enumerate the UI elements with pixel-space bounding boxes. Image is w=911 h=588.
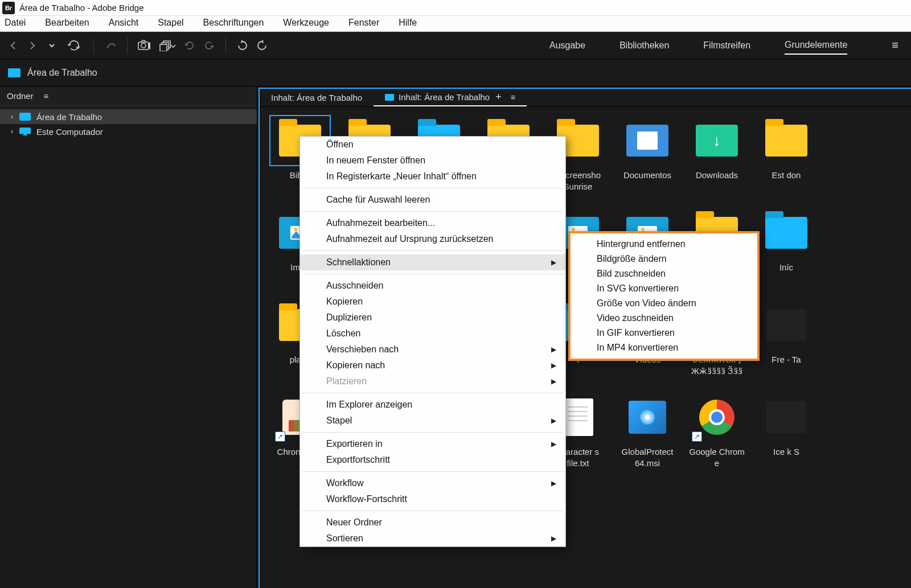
ctx-label: Workflow-Fortschritt <box>326 494 407 504</box>
ctx-separator <box>302 393 563 393</box>
history-icon[interactable] <box>64 38 84 53</box>
quickaction-in-svg-konvertieren[interactable]: In SVG konvertieren <box>571 281 757 296</box>
ctx-stapel[interactable]: Stapel▶ <box>300 413 565 429</box>
ctx-label: Platzieren <box>326 376 367 386</box>
quickaction-in-mp-konvertieren[interactable]: In MP4 konvertieren <box>571 340 757 355</box>
quickaction-bild-zuschneiden[interactable]: Bild zuschneiden <box>571 266 757 281</box>
tree-este-computador[interactable]: ›Este Computador <box>0 124 257 139</box>
menu-stapel[interactable]: Stapel <box>158 18 183 28</box>
ctx-kopieren-nach[interactable]: Kopieren nach▶ <box>300 357 565 373</box>
ctx-sortieren[interactable]: Sortieren▶ <box>300 531 565 546</box>
grid-item[interactable]: ↓Downloads <box>682 114 752 206</box>
ctx-separator <box>302 188 563 188</box>
ctx-in-neuem-fenster-ffnen[interactable]: In neuem Fenster öffnen <box>300 153 565 168</box>
ctx-label: In neuem Fenster öffnen <box>326 155 425 166</box>
svg-point-1 <box>141 43 146 48</box>
file-icon <box>766 309 806 341</box>
menu-hilfe[interactable]: Hilfe <box>399 18 417 28</box>
grid-item-label: GlobalProtect 64.msi <box>616 446 679 468</box>
ctx-l-schen[interactable]: Löschen <box>300 326 565 342</box>
grid-item[interactable]: Iníc <box>752 206 821 298</box>
ctx-label: Schnellaktionen <box>326 257 391 268</box>
rotate-ccw-icon[interactable] <box>235 38 250 53</box>
submenu-arrow-icon: ▶ <box>551 361 556 369</box>
ctx-label: Duplizieren <box>326 312 372 323</box>
ctx-ausschneiden[interactable]: Ausschneiden <box>300 278 565 294</box>
ctx-kopieren[interactable]: Kopieren <box>300 294 565 310</box>
documents-folder-icon <box>626 125 668 157</box>
menu-fenster[interactable]: Fenster <box>348 18 379 28</box>
grid-item[interactable]: Fre - Ta <box>752 298 821 390</box>
ctx-verschieben-nach[interactable]: Verschieben nach▶ <box>300 342 565 357</box>
titlebar: Br Área de Trabalho - Adobe Bridge <box>0 0 911 16</box>
add-tab-icon[interactable]: + <box>495 91 502 103</box>
ctx-label: In GIF konvertieren <box>597 328 675 338</box>
grid-item[interactable]: GlobalProtect 64.msi <box>613 390 682 483</box>
ctx-separator <box>302 250 563 251</box>
grid-item[interactable]: Documentos <box>613 114 682 206</box>
sidebar-menu-icon[interactable]: ≡ <box>44 92 48 101</box>
quickaction-hintergrund-entfernen[interactable]: Hintergrund entfernen <box>571 237 757 252</box>
quickaction-video-zuschneiden[interactable]: Video zuschneiden <box>571 311 757 326</box>
tab-label: Inhalt: Área de Trabalho <box>399 92 490 102</box>
ctx-exportfortschritt[interactable]: Exportfortschritt <box>300 452 565 468</box>
grid-item-label: Ice k S <box>755 446 818 458</box>
menubar: DateiBearbeitenAnsichtStapelBeschriftung… <box>0 16 911 32</box>
workspace-menu-icon[interactable]: ≡ <box>892 39 898 52</box>
quickactions-submenu[interactable]: Hintergrund entfernenBildgröße ändernBil… <box>568 231 760 361</box>
grid-item[interactable]: Ice k S <box>752 390 821 483</box>
ctx--ffnen[interactable]: Öffnen <box>300 137 565 153</box>
ctx-aufnahmezeit-bearbeiten-[interactable]: Aufnahmezeit bearbeiten... <box>300 215 565 231</box>
ctx-aufnahmezeit-auf-ursprung-zur-cksetzen[interactable]: Aufnahmezeit auf Ursprung zurücksetzen <box>300 231 565 247</box>
nav-fwd-icon[interactable] <box>25 38 40 53</box>
boomerang-icon[interactable] <box>103 38 118 53</box>
menu-bearbeiten[interactable]: Bearbeiten <box>45 18 89 28</box>
content-tab-1[interactable]: Inhalt: Área de Trabalho+≡ <box>374 89 527 106</box>
msi-file-icon <box>629 401 666 434</box>
ctx-cache-f-r-auswahl-leeren[interactable]: Cache für Auswahl leeren <box>300 192 565 208</box>
tab-menu-icon[interactable]: ≡ <box>511 93 515 102</box>
nav-back-icon[interactable] <box>6 38 20 53</box>
ctx-label: Sortieren <box>326 533 363 544</box>
grid-item-label: Est don <box>755 170 818 181</box>
grid-item-label: Iníc <box>755 262 818 273</box>
content-tabs: Inhalt: Área de TrabalhoInhalt: Área de … <box>260 89 911 107</box>
grid-item[interactable]: ↗Google Chrom e <box>682 390 752 483</box>
menu-datei[interactable]: Datei <box>5 18 26 28</box>
pathbar[interactable]: Área de Trabalho <box>0 59 911 87</box>
quickaction-gr-e-von-video-ndern[interactable]: Größe von Video ändern <box>571 296 757 311</box>
downloads-folder-icon: ↓ <box>696 125 738 157</box>
ctx-neuer-ordner[interactable]: Neuer Ordner <box>300 515 565 531</box>
quickaction-bildgr-e-ndern[interactable]: Bildgröße ändern <box>571 252 757 266</box>
menu-werkzeuge[interactable]: Werkzeuge <box>283 18 329 28</box>
workspace-grundelemente[interactable]: Grundelemente <box>785 36 847 55</box>
ctx-label: In MP4 konvertieren <box>597 343 678 353</box>
ctx-workflow[interactable]: Workflow▶ <box>300 475 565 491</box>
ctx-schnellaktionen[interactable]: Schnellaktionen▶ <box>300 254 565 270</box>
nav-dropdown-icon[interactable] <box>44 38 59 53</box>
refresh-icon[interactable] <box>182 38 197 53</box>
menu-beschriftungen[interactable]: Beschriftungen <box>203 18 264 28</box>
camera-import-icon[interactable] <box>137 38 154 53</box>
quickaction-in-gif-konvertieren[interactable]: In GIF konvertieren <box>571 326 757 340</box>
menu-ansicht[interactable]: Ansicht <box>109 18 138 28</box>
submenu-arrow-icon: ▶ <box>551 377 556 385</box>
ctx-duplizieren[interactable]: Duplizieren <box>300 310 565 326</box>
ctx-im-explorer-anzeigen[interactable]: Im Explorer anzeigen <box>300 397 565 413</box>
stack-icon[interactable] <box>158 38 178 53</box>
workspace-bibliotheken[interactable]: Bibliotheken <box>619 37 669 54</box>
workspace-ausgabe[interactable]: Ausgabe <box>549 37 585 54</box>
twisty-icon[interactable]: › <box>8 128 16 135</box>
ctx-exportieren-in[interactable]: Exportieren in▶ <box>300 436 565 452</box>
tree-área-de-trabalho[interactable]: ›Área de Trabalho <box>0 109 257 124</box>
twisty-icon[interactable]: › <box>8 113 16 121</box>
content-tab-0[interactable]: Inhalt: Área de Trabalho <box>260 89 374 106</box>
rotate-cw-icon[interactable] <box>255 38 269 53</box>
ctx-workflow-fortschritt[interactable]: Workflow-Fortschritt <box>300 491 565 507</box>
refresh-alt-icon[interactable] <box>202 38 216 53</box>
context-menu[interactable]: ÖffnenIn neuem Fenster öffnenIn Register… <box>299 136 566 547</box>
folder-icon <box>19 113 31 121</box>
ctx-in-registerkarte-neuer-inhalt-ffnen[interactable]: In Registerkarte „Neuer Inhalt“ öffnen <box>300 168 565 184</box>
grid-item[interactable]: Est don <box>752 114 821 206</box>
workspace-filmstreifen[interactable]: Filmstreifen <box>703 37 750 54</box>
